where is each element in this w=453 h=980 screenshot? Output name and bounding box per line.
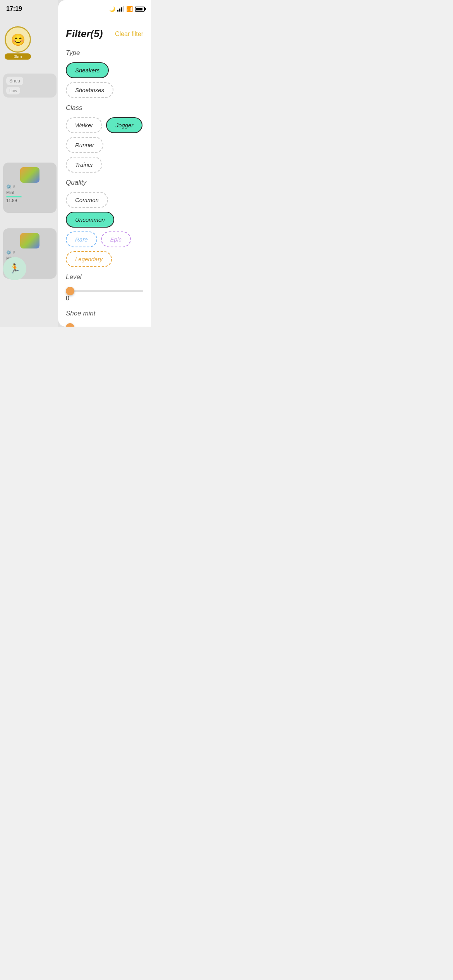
level-value: 0 (66, 295, 143, 302)
pill-legendary[interactable]: Legendary (66, 251, 112, 267)
moon-icon: 🌙 (109, 6, 115, 12)
pill-jogger[interactable]: Jogger (106, 117, 142, 133)
km-badge: 0km (5, 53, 31, 60)
quality-label: Quality (66, 179, 143, 187)
left-background-panel: 😊 0km Snea Low ⚙️ # Mint 11.89 ⚙️ # Mint… (0, 0, 58, 327)
pill-epic[interactable]: Epic (101, 231, 131, 247)
level-section: Level 0 (66, 273, 143, 302)
level-label: Level (66, 273, 143, 281)
type-label: Type (66, 49, 143, 57)
avatar: 😊 (5, 26, 31, 53)
pill-sneakers[interactable]: Sneakers (66, 62, 109, 78)
filter-header: Filter(5) Clear filter (66, 25, 143, 40)
filter-title: Filter(5) (66, 28, 103, 40)
class-pills: Walker Jogger Runner Trainer (66, 117, 143, 173)
pill-common[interactable]: Common (66, 192, 108, 208)
bg-runner-icon: 🏃 (3, 257, 26, 280)
signal-icon (117, 6, 124, 12)
type-section: Type Sneakers Shoeboxes (66, 49, 143, 98)
class-label: Class (66, 104, 143, 112)
pill-uncommon[interactable]: Uncommon (66, 212, 114, 228)
status-bar: 17:19 🌙 📶 (0, 0, 151, 15)
class-section: Class Walker Jogger Runner Trainer (66, 104, 143, 173)
quality-section: Quality Common Uncommon Rare Epic Legend… (66, 179, 143, 267)
shoe-mint-section: Shoe mint 0 (66, 310, 143, 327)
quality-pills: Common Uncommon Rare Epic Legendary (66, 192, 143, 267)
filter-panel: Filter(5) Clear filter Type Sneakers Sho… (58, 0, 151, 327)
avatar-section: 😊 0km (5, 26, 31, 60)
pill-walker[interactable]: Walker (66, 117, 102, 133)
battery-icon (135, 7, 145, 12)
status-icons: 🌙 📶 (109, 6, 145, 12)
shoe-mint-label: Shoe mint (66, 310, 143, 317)
pill-trainer[interactable]: Trainer (66, 157, 102, 173)
pill-rare[interactable]: Rare (66, 231, 97, 247)
status-time: 17:19 (6, 5, 22, 12)
bg-card-1: Snea Low (3, 74, 57, 98)
type-pills: Sneakers Shoeboxes (66, 62, 143, 98)
pill-runner[interactable]: Runner (66, 137, 103, 153)
clear-filter-button[interactable]: Clear filter (115, 31, 143, 38)
bg-card-2: ⚙️ # Mint 11.89 (3, 163, 57, 213)
pill-shoeboxes[interactable]: Shoeboxes (66, 82, 113, 98)
wifi-icon: 📶 (126, 6, 133, 12)
level-slider[interactable] (66, 290, 143, 292)
